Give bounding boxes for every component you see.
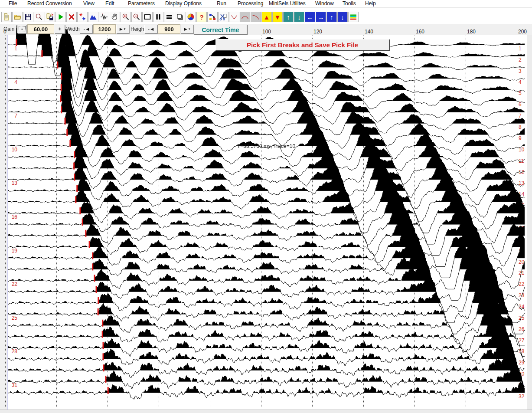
toolbar-button-magnifier-icon[interactable] — [34, 12, 44, 22]
width-label: Width — [66, 26, 80, 32]
toolbar-button-triangle-up-icon[interactable]: ▲ — [261, 12, 272, 22]
toolbar-button-overlay-windows-icon[interactable] — [175, 12, 185, 22]
menu-item-processing[interactable]: Processing — [238, 0, 263, 7]
toolbar-button-pick-valley-icon[interactable] — [229, 12, 239, 22]
toolbar-button-curve-up-icon[interactable] — [240, 12, 250, 22]
toolbar-button-save-as-icon[interactable] — [45, 12, 55, 22]
pick-first-breaks-banner: Pick First Breaks and Save Pick File — [215, 39, 389, 50]
toolbar-button-zoom-out-icon[interactable] — [131, 12, 142, 22]
height-label: Height — [131, 26, 146, 32]
toolbar-button-triangle-down-icon[interactable]: ▼ — [272, 12, 283, 22]
width-value[interactable]: 1200 — [93, 24, 116, 34]
menu-item-help[interactable]: Help — [365, 0, 376, 7]
width-increase-button[interactable]: ▶ + — [116, 25, 129, 33]
toolbar-button-cut-icon[interactable] — [218, 12, 228, 22]
height-increase-button[interactable]: ▶ + — [181, 25, 194, 33]
menu-item-run[interactable]: Run — [217, 0, 226, 7]
toolbar-button-pan-hand-icon[interactable] — [110, 12, 120, 22]
menu-item-display-options[interactable]: Display Options — [165, 0, 202, 7]
menu-item-edit[interactable]: Edit — [105, 0, 114, 7]
toolbar-button-pause-bars-icon[interactable] — [153, 12, 163, 22]
toolbar-button-spectrum-peak-icon[interactable] — [88, 12, 98, 22]
toolbar-button-arrow-down-blue-icon[interactable]: ↓ — [337, 12, 348, 22]
toolbar-button-new-document-icon[interactable] — [1, 12, 12, 22]
toolbar-button-color-bars-icon[interactable] — [348, 12, 359, 22]
menu-item-parameters[interactable]: Parameters — [128, 0, 155, 7]
toolbar-button-color-wheel-icon[interactable] — [186, 12, 196, 22]
gain-label: Gain — [3, 26, 14, 32]
toolbar-button-wiggle-trace-icon[interactable] — [99, 12, 109, 22]
toolbar-button-arrow-right-blue-icon[interactable]: → — [316, 12, 326, 22]
height-decrease-button[interactable]: - ◀ — [144, 25, 157, 33]
toolbar-button-arrow-left-blue-icon[interactable]: ← — [305, 12, 315, 22]
width-decrease-button[interactable]: - ◀ — [80, 25, 93, 33]
menu-bar: FileRecord ConversionViewEditParametersD… — [0, 0, 532, 8]
menu-item-file[interactable]: File — [9, 0, 17, 7]
height-value[interactable]: 900 — [158, 24, 180, 34]
seismic-record-canvas[interactable] — [0, 0, 532, 413]
menu-item-toolls[interactable]: Toolls — [343, 0, 356, 7]
correct-time-button[interactable]: Correct Time — [194, 25, 247, 35]
toolbar-button-arrow-up-blue-icon[interactable]: ↑ — [326, 12, 337, 22]
menu-item-miniseis-utilites[interactable]: MiniSeis Utilites — [269, 0, 306, 7]
toolbar-button-help-icon[interactable]: ? — [196, 12, 207, 22]
toolbar-button-arrow-down-teal-icon[interactable]: ↓ — [294, 12, 304, 22]
toolbar-button-horizontal-bars-icon[interactable] — [164, 12, 174, 22]
toolbar-button-curve-down-icon[interactable] — [251, 12, 261, 22]
toolbar-button-arrow-up-teal-icon[interactable]: ↑ — [283, 12, 294, 22]
gain-decrease-button[interactable]: - — [17, 25, 27, 33]
toolbar-button-rectangle-icon[interactable] — [142, 12, 153, 22]
menu-item-record-conversion[interactable]: Record Conversion — [27, 0, 72, 7]
toolbar-button-zoom-in-icon[interactable] — [121, 12, 131, 22]
pick-time-tooltip: T=88,5760 ms, Trace=10 — [237, 143, 295, 149]
gain-increase-button[interactable]: + — [55, 25, 65, 33]
gain-value[interactable]: 60,00 — [27, 24, 54, 34]
toolbar-button-delete-x-icon[interactable] — [66, 12, 77, 22]
menu-item-window[interactable]: Window — [315, 0, 334, 7]
toolbar: ?▲▼↑↓←→↑↓ — [0, 8, 532, 24]
toolbar-button-batch-process-icon[interactable] — [207, 12, 218, 22]
toolbar-button-open-folder-icon[interactable] — [12, 12, 23, 22]
toolbar-button-play-icon[interactable] — [55, 12, 66, 22]
toolbar-button-swap-arrows-icon[interactable] — [77, 12, 88, 22]
toolbar-button-save-icon[interactable] — [23, 12, 33, 22]
menu-item-view[interactable]: View — [83, 0, 95, 7]
